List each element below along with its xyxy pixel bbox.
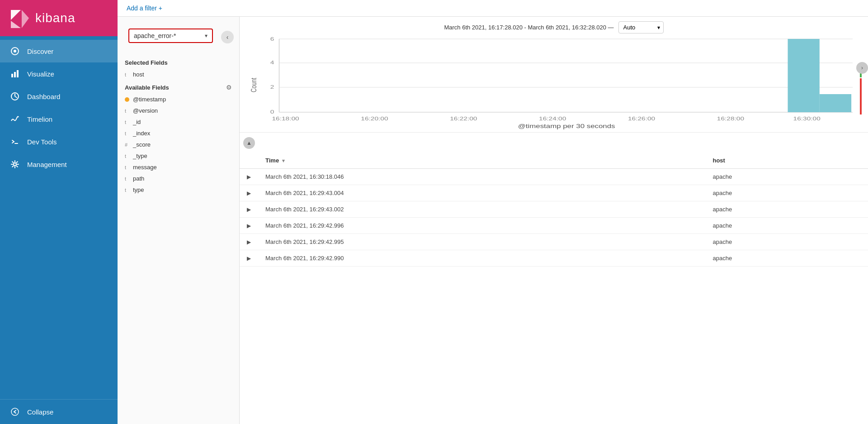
svg-text:0: 0 bbox=[270, 109, 274, 114]
row-host-cell: apache bbox=[705, 201, 868, 218]
discover-icon bbox=[10, 46, 20, 56]
col-time-header[interactable]: Time ▾ bbox=[258, 152, 705, 169]
field-name-host: host bbox=[133, 71, 144, 78]
svg-text:16:28:00: 16:28:00 bbox=[717, 116, 744, 121]
sort-arrow-icon: ▾ bbox=[282, 158, 285, 163]
add-filter-button[interactable]: Add a filter + bbox=[127, 5, 162, 12]
field-type-score: # bbox=[125, 142, 129, 148]
chart-bar-6[interactable] bbox=[788, 39, 820, 112]
auto-select-wrapper: Auto bbox=[618, 21, 664, 33]
svg-text:16:22:00: 16:22:00 bbox=[450, 116, 477, 121]
collapse-chart-button[interactable]: ▲ bbox=[243, 137, 255, 149]
sidebar-item-devtools-label: Dev Tools bbox=[27, 138, 57, 146]
fields-nav-arrow[interactable]: ‹ bbox=[221, 31, 234, 43]
svg-text:@timestamp per 30 seconds: @timestamp per 30 seconds bbox=[518, 123, 615, 129]
field-item-type[interactable]: t _type bbox=[118, 150, 239, 162]
svg-marker-0 bbox=[11, 10, 21, 20]
field-name-type: _type bbox=[133, 152, 147, 159]
svg-rect-6 bbox=[14, 72, 16, 77]
fields-panel: apache_error-* ▾ ‹ Selected Fields t hos… bbox=[118, 17, 240, 424]
collapse-chart-row: ▲ bbox=[240, 133, 868, 152]
field-type-path: t bbox=[125, 176, 129, 181]
topbar: Add a filter + bbox=[118, 0, 868, 17]
row-time-cell: March 6th 2021, 16:29:42.995 bbox=[258, 234, 705, 250]
gear-icon[interactable]: ⚙ bbox=[226, 84, 232, 91]
content-area: apache_error-* ▾ ‹ Selected Fields t hos… bbox=[118, 17, 868, 424]
index-pattern-arrow-icon: ▾ bbox=[205, 33, 208, 39]
collapse-button[interactable]: Collapse bbox=[0, 399, 118, 424]
field-type-type: t bbox=[125, 153, 129, 159]
chart-header: March 6th 2021, 16:17:28.020 - March 6th… bbox=[249, 21, 859, 33]
sidebar-item-visualize-label: Visualize bbox=[27, 70, 54, 78]
row-host-cell: apache bbox=[705, 250, 868, 267]
row-expand-cell: ▶ bbox=[240, 169, 258, 185]
selected-fields-title: Selected Fields bbox=[118, 56, 239, 69]
sidebar-item-timelion-label: Timelion bbox=[27, 115, 52, 123]
sidebar-item-discover-label: Discover bbox=[27, 48, 53, 55]
row-expand-button[interactable]: ▶ bbox=[247, 190, 251, 196]
field-item-version[interactable]: t @version bbox=[118, 105, 239, 116]
row-expand-button[interactable]: ▶ bbox=[247, 174, 251, 180]
col-host-label: host bbox=[712, 157, 725, 164]
svg-text:4: 4 bbox=[270, 60, 274, 65]
row-time-cell: March 6th 2021, 16:29:42.990 bbox=[258, 250, 705, 267]
sidebar-item-dashboard[interactable]: Dashboard bbox=[0, 85, 118, 108]
sidebar-item-management-label: Management bbox=[27, 161, 67, 168]
svg-marker-1 bbox=[11, 21, 21, 28]
row-expand-button[interactable]: ▶ bbox=[247, 206, 251, 213]
svg-text:2: 2 bbox=[270, 84, 274, 90]
svg-point-9 bbox=[14, 163, 16, 166]
visualize-icon bbox=[10, 69, 20, 79]
row-expand-button[interactable]: ▶ bbox=[247, 255, 251, 262]
table-row: ▶ March 6th 2021, 16:29:43.004 apache bbox=[240, 185, 868, 201]
field-name-path: path bbox=[133, 175, 144, 182]
col-host-header[interactable]: host bbox=[705, 152, 868, 169]
sidebar-item-visualize[interactable]: Visualize bbox=[0, 62, 118, 85]
sidebar-item-discover[interactable]: Discover bbox=[0, 40, 118, 62]
field-item-id[interactable]: t _id bbox=[118, 116, 239, 128]
svg-text:Count: Count bbox=[250, 78, 258, 92]
right-nav-arrow[interactable]: › bbox=[856, 62, 868, 74]
table-row: ▶ March 6th 2021, 16:29:42.996 apache bbox=[240, 218, 868, 234]
index-pattern-text: apache_error-* bbox=[134, 32, 205, 39]
field-item-timestamp[interactable]: @timestamp bbox=[118, 94, 239, 105]
field-name-type2: type bbox=[133, 186, 144, 193]
row-host-cell: apache bbox=[705, 169, 868, 185]
field-item-host[interactable]: t host bbox=[118, 69, 239, 80]
auto-select[interactable]: Auto bbox=[618, 21, 664, 33]
row-expand-cell: ▶ bbox=[240, 250, 258, 267]
field-item-score[interactable]: # _score bbox=[118, 139, 239, 150]
svg-text:16:18:00: 16:18:00 bbox=[272, 116, 299, 121]
svg-rect-5 bbox=[11, 74, 13, 77]
date-range: March 6th 2021, 16:17:28.020 - March 6th… bbox=[444, 24, 613, 31]
sidebar-item-management[interactable]: Management bbox=[0, 153, 118, 176]
sidebar-item-dashboard-label: Dashboard bbox=[27, 93, 60, 100]
svg-text:16:26:00: 16:26:00 bbox=[628, 116, 655, 121]
row-time-cell: March 6th 2021, 16:29:43.004 bbox=[258, 185, 705, 201]
field-item-type2[interactable]: t type bbox=[118, 184, 239, 195]
sidebar-item-timelion[interactable]: Timelion bbox=[0, 108, 118, 130]
field-name-message: message bbox=[133, 164, 157, 171]
chart-bar-7[interactable] bbox=[820, 94, 851, 112]
svg-point-10 bbox=[11, 408, 19, 415]
table-row: ▶ March 6th 2021, 16:30:18.046 apache bbox=[240, 169, 868, 185]
svg-text:16:20:00: 16:20:00 bbox=[361, 116, 388, 121]
add-filter-label: Add a filter + bbox=[127, 5, 162, 12]
row-expand-button[interactable]: ▶ bbox=[247, 223, 251, 229]
timelion-icon bbox=[10, 114, 20, 124]
sidebar-nav: Discover Visualize Dashboard Timelion De… bbox=[0, 36, 118, 399]
field-item-message[interactable]: t message bbox=[118, 162, 239, 173]
col-time-label: Time bbox=[265, 157, 279, 164]
results-table: Time ▾ host ▶ March 6th 2021, 16:30:18.0… bbox=[240, 152, 868, 267]
field-item-path[interactable]: t path bbox=[118, 173, 239, 184]
field-item-index[interactable]: t _index bbox=[118, 128, 239, 139]
sidebar-item-devtools[interactable]: Dev Tools bbox=[0, 130, 118, 153]
index-pattern-selector[interactable]: apache_error-* ▾ bbox=[128, 29, 213, 43]
row-expand-cell: ▶ bbox=[240, 201, 258, 218]
available-fields-header: Available Fields ⚙ bbox=[118, 80, 239, 94]
field-type-id: t bbox=[125, 119, 129, 125]
row-expand-button[interactable]: ▶ bbox=[247, 239, 251, 245]
field-name-version: @version bbox=[133, 107, 158, 114]
svg-text:16:24:00: 16:24:00 bbox=[539, 116, 566, 121]
field-type-version: t bbox=[125, 108, 129, 114]
